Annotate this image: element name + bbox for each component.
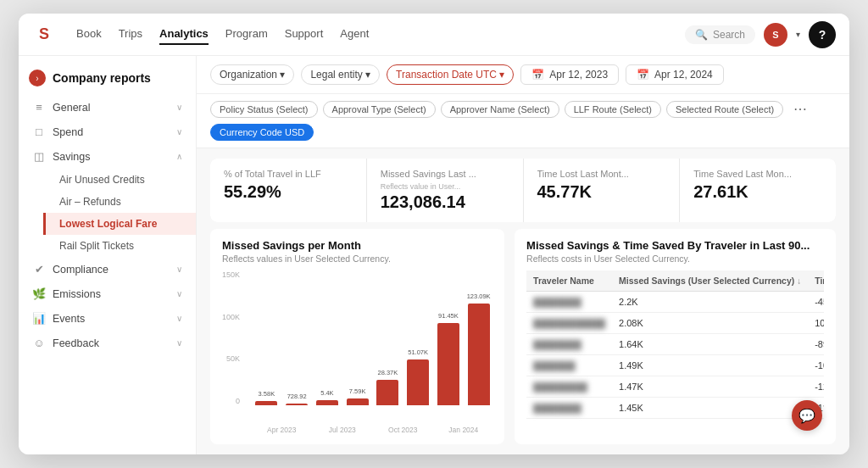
- bars-container: 3.58K728.925.4K7.59K28.37K51.07K91.45K12…: [253, 270, 492, 405]
- main-layout: › Company reports ≡ General ∨ □ Spend ∨: [19, 56, 849, 454]
- nav-analytics[interactable]: Analytics: [159, 24, 209, 45]
- general-icon: ≡: [32, 101, 46, 114]
- sidebar-toggle[interactable]: ›: [29, 70, 46, 86]
- bar-chart-card: Missed Savings per Month Reflects values…: [210, 229, 504, 444]
- org-filter[interactable]: Organization ▾: [210, 64, 294, 85]
- kpi-time-lost-value: 45.77K: [537, 182, 666, 202]
- cell-savings-4: 1.47K: [612, 376, 808, 398]
- legal-entity-filter[interactable]: Legal entity ▾: [301, 64, 380, 85]
- savings-icon: ◫: [32, 150, 46, 163]
- date-to-picker[interactable]: 📅 Apr 12, 2024: [626, 64, 724, 85]
- bar-chart-title: Missed Savings per Month: [222, 239, 492, 252]
- chip-approver-name[interactable]: Approver Name (Select): [441, 101, 559, 118]
- logo: S: [32, 23, 56, 47]
- nav-trips[interactable]: Trips: [119, 24, 142, 45]
- cell-savings-3: 1.49K: [612, 355, 808, 376]
- chevron-savings: ∧: [176, 152, 182, 161]
- date-from-picker[interactable]: 📅 Apr 12, 2023: [520, 64, 619, 85]
- kpi-row: % of Total Travel in LLF 55.29% Missed S…: [210, 159, 836, 222]
- x-label-jul: Jul 2023: [314, 426, 372, 434]
- cell-savings-0: 2.2K: [612, 292, 808, 313]
- sidebar-item-feedback[interactable]: ☺ Feedback ∨: [19, 331, 196, 355]
- cell-time-4: -127: [808, 376, 824, 398]
- chip-currency-code[interactable]: Currency Code USD: [210, 124, 314, 141]
- bar-2: 5.4K: [316, 400, 338, 405]
- kpi-time-lost: Time Lost Last Mont... 45.77K: [524, 159, 680, 222]
- charts-row: Missed Savings per Month Reflects values…: [197, 229, 849, 454]
- cell-time-0: -45: [808, 292, 824, 313]
- sidebar-title: Company reports: [53, 71, 151, 85]
- sidebar-item-events[interactable]: 📊 Events ∨: [19, 306, 196, 331]
- compliance-icon: ✔: [32, 263, 46, 276]
- more-filters-button[interactable]: ⋯: [788, 99, 812, 119]
- chip-approval-type[interactable]: Approval Type (Select): [323, 101, 436, 118]
- chip-llf-route[interactable]: LLF Route (Select): [565, 101, 661, 118]
- chip-policy-status[interactable]: Policy Status (Select): [210, 101, 318, 118]
- sidebar-item-air-unused[interactable]: Air Unused Credits: [46, 169, 196, 191]
- bar-group-4: 28.37K: [374, 270, 402, 405]
- cell-name-1: ████████████: [526, 313, 612, 334]
- search-icon: 🔍: [695, 29, 708, 41]
- nav-book[interactable]: Book: [76, 24, 102, 45]
- sidebar-label-emissions: Emissions: [53, 288, 101, 300]
- sidebar-item-compliance[interactable]: ✔ Compliance ∨: [19, 257, 196, 281]
- cell-time-3: -10: [808, 355, 824, 376]
- header: S Book Trips Analytics Program Support A…: [19, 14, 849, 56]
- nav-program[interactable]: Program: [225, 24, 268, 45]
- sidebar-item-savings[interactable]: ◫ Savings ∧: [19, 144, 196, 169]
- table-scroll[interactable]: Traveler Name Missed Savings (User Selec…: [526, 270, 824, 434]
- sidebar-item-emissions[interactable]: 🌿 Emissions ∨: [19, 281, 196, 306]
- sidebar-item-lowest-logical[interactable]: Lowest Logical Fare: [43, 213, 196, 235]
- chevron-emissions: ∨: [176, 289, 182, 298]
- transaction-date-filter[interactable]: Transaction Date UTC ▾: [387, 64, 514, 85]
- bar-group-7: 123.09K: [465, 270, 492, 405]
- avatar[interactable]: S: [764, 23, 787, 47]
- bar-value-7: 123.09K: [467, 292, 491, 300]
- nav-agent[interactable]: Agent: [340, 24, 369, 45]
- calendar-from-icon: 📅: [531, 69, 544, 81]
- events-icon: 📊: [32, 312, 46, 325]
- sidebar-item-rail-split[interactable]: Rail Split Tickets: [46, 235, 196, 257]
- chip-selected-route[interactable]: Selected Route (Select): [666, 101, 783, 118]
- cell-time-2: -89: [808, 334, 824, 355]
- chevron-spend: ∨: [176, 127, 182, 136]
- spend-icon: □: [32, 125, 46, 138]
- bar-chart-area: 150K 100K 50K 0 3.58K728.925.4K7.59K28.3…: [222, 270, 492, 434]
- help-button[interactable]: ?: [809, 21, 836, 48]
- bar-6: 91.45K: [437, 323, 459, 405]
- col-time-saved: Time Saved (mins): [808, 270, 824, 292]
- x-label-oct: Oct 2023: [374, 426, 432, 434]
- nav-links: Book Trips Analytics Program Support Age…: [76, 24, 665, 45]
- sidebar-item-general[interactable]: ≡ General ∨: [19, 95, 196, 120]
- x-axis: Apr 2023 Jul 2023 Oct 2023 Jan 2024: [222, 426, 492, 434]
- table-row-2: ████████1.64K-89: [526, 334, 824, 355]
- y-label-100k: 100K: [222, 313, 240, 321]
- search-placeholder: Search: [713, 29, 745, 41]
- table-row-3: ███████1.49K-10: [526, 355, 824, 376]
- table-chart-card: Missed Savings & Time Saved By Traveler …: [515, 229, 836, 444]
- bar-value-0: 3.58K: [259, 390, 275, 398]
- kpi-missed-sub: Reflects value in User...: [381, 182, 509, 191]
- chat-fab[interactable]: 💬: [792, 400, 822, 431]
- kpi-llf-value: 55.29%: [224, 182, 353, 202]
- sidebar-item-air-refunds[interactable]: Air – Refunds: [46, 191, 196, 213]
- bar-value-1: 728.92: [287, 393, 307, 400]
- bar-value-6: 91.45K: [438, 312, 459, 320]
- col-missed-savings[interactable]: Missed Savings (User Selected Currency) …: [612, 270, 808, 292]
- chevron-general: ∨: [176, 103, 182, 112]
- x-label-apr: Apr 2023: [253, 426, 311, 434]
- bar-5: 51.07K: [407, 359, 429, 405]
- cell-savings-5: 1.45K: [612, 398, 808, 419]
- search-box[interactable]: 🔍 Search: [685, 25, 755, 44]
- savings-table: Traveler Name Missed Savings (User Selec…: [526, 270, 824, 419]
- y-label-150k: 150K: [222, 270, 240, 279]
- table-chart-subtitle: Reflects costs in User Selected Currency…: [526, 254, 824, 264]
- content: Organization ▾ Legal entity ▾ Transactio…: [197, 56, 849, 454]
- sidebar-item-spend[interactable]: □ Spend ∨: [19, 120, 196, 144]
- bar-1: 728.92: [286, 404, 308, 405]
- cell-name-4: █████████: [526, 376, 612, 398]
- chevron-down-icon: ▾: [796, 30, 800, 39]
- bar-value-5: 51.07K: [408, 348, 428, 356]
- nav-support[interactable]: Support: [285, 24, 324, 45]
- feedback-icon: ☺: [32, 337, 46, 349]
